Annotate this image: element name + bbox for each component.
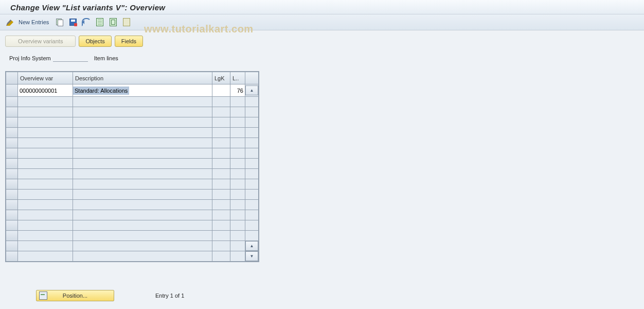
table-row[interactable]: ▼ <box>6 251 259 262</box>
table-row[interactable] <box>6 220 259 231</box>
item-lines-label: Item lines <box>94 55 118 61</box>
table-row[interactable] <box>6 148 259 159</box>
deselect-all-button[interactable] <box>121 16 132 28</box>
undo-change-button[interactable] <box>81 16 92 28</box>
col-header-description[interactable]: Description <box>73 72 212 84</box>
table-row[interactable] <box>6 179 259 190</box>
table-row[interactable] <box>6 117 259 128</box>
scroll-down-button[interactable]: ▼ <box>245 251 259 262</box>
table-row[interactable] <box>6 97 259 107</box>
cell-l[interactable]: 76 <box>230 84 245 97</box>
table-row[interactable] <box>6 159 259 169</box>
delete-button[interactable] <box>67 16 79 28</box>
cell-overview-var[interactable]: 000000000001 <box>18 84 73 97</box>
table-row[interactable] <box>6 200 259 210</box>
select-all-button[interactable] <box>94 16 105 28</box>
new-entries-button[interactable]: New Entries <box>17 19 52 25</box>
table-row[interactable] <box>6 190 259 200</box>
tab-objects[interactable]: Objects <box>79 36 111 47</box>
table-row[interactable] <box>6 128 259 138</box>
proj-info-system-value <box>53 54 88 62</box>
table-row[interactable] <box>6 231 259 241</box>
page-title: Change View "List variants V": Overview <box>0 0 644 14</box>
table-row[interactable] <box>6 138 259 148</box>
tab-fields[interactable]: Fields <box>115 36 143 47</box>
col-header-l[interactable]: L.. <box>230 72 245 84</box>
cell-description[interactable]: Standard: Allocations <box>73 84 212 97</box>
scroll-up-button[interactable]: ▲ <box>245 84 259 97</box>
table-row[interactable]: ▲ <box>6 241 259 251</box>
table-header-row: Overview var Description LgK L.. <box>6 72 259 84</box>
entry-counter: Entry 1 of 1 <box>155 293 184 299</box>
row-selector[interactable] <box>6 84 18 97</box>
application-toolbar: New Entries <box>0 14 644 30</box>
table-row[interactable] <box>6 210 259 220</box>
select-all-rows-corner[interactable] <box>6 72 18 84</box>
copy-as-button[interactable] <box>54 16 65 28</box>
cell-lgk[interactable] <box>212 84 230 97</box>
table-row[interactable]: 000000000001 Standard: Allocations 76 ▲ <box>6 84 259 97</box>
tab-overview-variants[interactable]: Overview variants <box>5 36 76 47</box>
col-header-lgk[interactable]: LgK <box>212 72 230 84</box>
info-line: Proj Info System Item lines <box>9 54 639 62</box>
position-button[interactable]: Position... <box>36 290 114 301</box>
table-row[interactable] <box>6 107 259 117</box>
position-icon <box>39 291 47 300</box>
scroll-page-up-button[interactable]: ▲ <box>245 241 259 251</box>
select-block-button[interactable] <box>108 16 119 28</box>
tab-strip: Overview variants Objects Fields <box>5 36 639 47</box>
col-header-overview-var[interactable]: Overview var <box>18 72 73 84</box>
table-row[interactable] <box>6 169 259 179</box>
proj-info-system-label: Proj Info System <box>9 55 51 61</box>
horizontal-scroll-header <box>245 72 259 84</box>
table-control: Overview var Description LgK L.. 0000000… <box>5 71 259 262</box>
toggle-display-change-button[interactable] <box>4 16 15 28</box>
